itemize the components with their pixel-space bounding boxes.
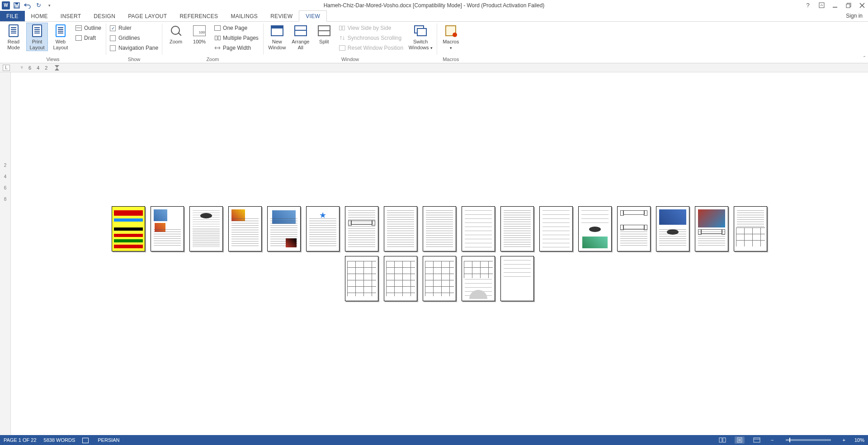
svg-rect-1 [15,3,18,5]
page-width-button[interactable]: Page Width [212,43,260,52]
macros-button[interactable]: Macros▾ [440,23,462,51]
page-thumbnail-1[interactable] [112,206,145,251]
tab-home[interactable]: HOME [25,11,54,21]
tab-design[interactable]: DESIGN [87,11,122,21]
zoom-slider[interactable] [786,439,831,441]
arrange-all-button[interactable]: Arrange All [290,23,311,51]
outline-button[interactable]: Outline [73,24,103,33]
page-thumbnail-15[interactable] [656,206,689,251]
ruler-num: 4 [37,65,39,71]
page-thumbnail-3[interactable] [189,206,223,251]
page-thumbnail-20[interactable] [423,256,456,301]
page-thumbnail-12[interactable] [539,206,573,251]
tab-references[interactable]: REFERENCES [173,11,224,21]
page-thumbnail-5[interactable] [267,206,301,251]
group-show: ✓ Ruler Gridlines Navigation Pane Show [106,22,162,63]
status-language[interactable]: PERSIAN [98,437,119,443]
document-canvas[interactable]: 2 4 6 8 ★ [0,72,868,435]
tab-view[interactable]: VIEW [299,10,327,22]
vruler-num: 2 [4,163,7,168]
switch-windows-button[interactable]: Switch Windows ▾ [407,23,434,51]
minimize-icon[interactable] [831,1,839,9]
group-window: New Window Arrange All Split View Side b… [264,22,437,63]
indent-markers-icon[interactable] [55,65,59,71]
page-thumbnail-22[interactable] [500,256,534,301]
gridlines-checkbox[interactable]: Gridlines [109,33,159,43]
group-zoom-label: Zoom [165,56,260,63]
synchronous-scrolling-label: Synchronous Scrolling [348,35,401,41]
print-layout-button[interactable]: Print Layout [26,23,48,51]
tab-stop-selector[interactable]: L [3,65,10,71]
page-thumbnail-6[interactable]: ★ [306,206,340,251]
read-mode-button[interactable]: Read Mode [3,23,24,51]
status-words[interactable]: 5838 WORDS [44,437,75,443]
page-thumbnail-7[interactable] [345,206,378,251]
help-icon[interactable]: ? [804,1,812,9]
page-thumbnail-18[interactable] [345,256,378,301]
outline-icon [75,24,82,32]
tab-review[interactable]: REVIEW [264,11,299,21]
ribbon-display-options-icon[interactable] [817,1,826,9]
sign-in-link[interactable]: Sign in [840,10,868,21]
group-macros: Macros▾ Macros [437,22,464,63]
page-thumbnail-16[interactable] [695,206,728,251]
split-label: Split [319,39,329,45]
zoom-level[interactable]: 10% [854,437,864,443]
one-page-button[interactable]: One Page [212,24,260,33]
zoom-button[interactable]: Zoom [165,23,187,45]
vertical-ruler[interactable]: 2 4 6 8 [0,72,11,435]
split-button[interactable]: Split [313,23,335,45]
new-window-button[interactable]: New Window [266,23,288,51]
tab-page-layout[interactable]: PAGE LAYOUT [122,11,173,21]
page-thumbnail-21[interactable] [462,256,495,301]
status-bar: PAGE 1 OF 22 5838 WORDS PERSIAN − + 10% [0,435,868,445]
side-by-side-icon [339,24,346,32]
horizontal-ruler[interactable]: L ▿ 6 4 2 [0,63,868,72]
web-layout-view-icon[interactable] [752,436,762,444]
zoom-100-icon: 100 [192,24,207,38]
tab-insert[interactable]: INSERT [54,11,88,21]
zoom-100-button[interactable]: 100 100% [189,23,210,45]
page-thumbnail-9[interactable] [423,206,456,251]
view-side-by-side-label: View Side by Side [348,25,392,31]
page-thumbnail-2[interactable] [151,206,184,251]
read-mode-view-icon[interactable] [717,436,727,444]
web-layout-button[interactable]: Web Layout [50,23,71,51]
status-page[interactable]: PAGE 1 OF 22 [4,437,37,443]
group-show-label: Show [109,56,159,63]
page-thumbnail-17[interactable] [734,206,767,251]
tab-mailings[interactable]: MAILINGS [224,11,264,21]
qat-customize-icon[interactable]: ▾ [45,1,53,9]
svg-rect-13 [754,438,760,442]
undo-icon[interactable] [24,1,32,9]
navigation-pane-checkbox[interactable]: Navigation Pane [109,43,159,52]
zoom-in-icon[interactable]: + [841,437,847,443]
page-thumbnail-8[interactable] [384,206,417,251]
print-layout-view-icon[interactable] [735,436,745,444]
read-mode-label: Read Mode [7,39,20,51]
save-icon[interactable] [13,1,21,9]
status-proofing-icon[interactable] [82,437,90,443]
page-thumbnail-11[interactable] [500,206,534,251]
quick-access-toolbar: W ↻ ▾ [0,1,53,9]
pages-area: ★ [11,72,868,435]
page-thumbnail-4[interactable] [228,206,262,251]
page-thumbnail-13[interactable] [578,206,612,251]
zoom-out-icon[interactable]: − [769,437,775,443]
multiple-pages-button[interactable]: Multiple Pages [212,33,260,43]
multiple-pages-label: Multiple Pages [223,35,259,41]
page-thumbnail-19[interactable] [384,256,417,301]
ruler-label: Ruler [118,25,132,31]
draft-label: Draft [84,35,96,41]
new-window-label: New Window [268,39,286,51]
ruler-checkbox[interactable]: ✓ Ruler [109,24,159,33]
page-thumbnail-14[interactable] [617,206,651,251]
page-thumbnail-10[interactable] [462,206,495,251]
restore-icon[interactable] [844,1,853,9]
tab-file[interactable]: FILE [0,11,25,21]
draft-button[interactable]: Draft [73,33,103,43]
collapse-ribbon-icon[interactable]: ˆ [863,56,865,62]
redo-icon[interactable]: ↻ [34,1,42,9]
one-page-icon [214,24,221,32]
close-icon[interactable] [858,1,866,9]
